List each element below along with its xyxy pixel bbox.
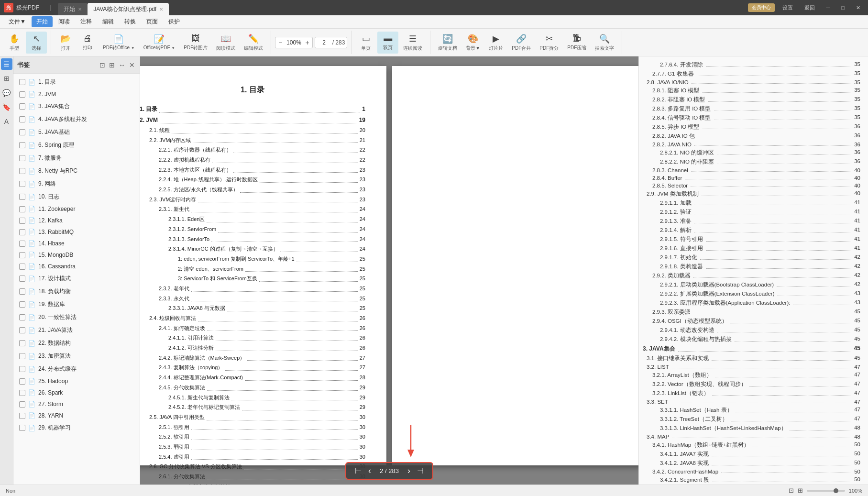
menu-edit[interactable]: 编辑 [98,16,119,27]
tab-pdf[interactable]: JAVA核心知识点整理.pdf ✕ [88,3,169,15]
annotation-icon-btn[interactable]: 💬 [1,87,12,99]
single-page-btn[interactable]: ▭ 单页 [355,32,376,54]
right-toc-item[interactable]: 2.9.1.1. 加载 41 [639,198,868,208]
right-toc-item[interactable]: 2.8.5. 异步 IO 模型 36 [639,122,868,132]
right-toc-item[interactable]: 3.4.1.2. JAVA8 实现 50 [639,459,868,468]
select-tool-btn[interactable]: ↖ 选择 [26,32,47,54]
zoom-in-btn[interactable]: + [304,39,310,46]
sidebar-item[interactable]: 📄 18. 负载均衡 [13,285,140,298]
right-toc-item[interactable]: 2.9.4. OSGI（动态模型系统） 45 [639,317,868,326]
search-btn[interactable]: 🔍 搜索文字 [591,32,618,54]
prev-page-btn[interactable]: ‹ [366,465,373,477]
sidebar-item[interactable]: 📄 14. Hbase [13,238,140,249]
right-toc-item[interactable]: 3.2.3. LinkList（链表） 47 [639,389,868,398]
sidebar-item[interactable]: 📄 1. 目录 [13,76,140,88]
right-toc-item[interactable]: 2.9.4.1. 动态改变构造 45 [639,326,868,335]
sidebar-item[interactable]: 📄 8. Netty 与RPC [13,165,140,177]
right-toc-item[interactable]: 2.9.1.5. 符号引用 41 [639,235,868,244]
sidebar-item[interactable]: 📄 24. 分布式缓存 [13,363,140,375]
right-toc-item[interactable]: 2.9.4.2. 模块化编程与热插拔 45 [639,335,868,344]
sidebar-item[interactable]: 📄 19. 数据库 [13,298,140,311]
open-btn[interactable]: 📂 打开 [55,32,76,54]
menu-protect[interactable]: 保护 [164,16,185,27]
right-toc-item[interactable]: 2.8.4. Buffer 40 [639,174,868,182]
pdf-to-office-btn[interactable]: 📄 PDF转Office ▼ [99,32,139,54]
menu-page[interactable]: 页面 [142,16,163,27]
sidebar-item[interactable]: 📄 2. JVM [13,88,140,100]
right-toc-item[interactable]: 3.3.1.1. HashSet（Hash 表） 47 [639,406,868,415]
right-toc-item[interactable]: 2.8.3. Channel 40 [639,166,868,174]
right-toc-item[interactable]: 2.7.7. G1 收集器 35 [639,69,868,78]
merge-pdf-btn[interactable]: 🔗 PDF合并 [508,32,535,54]
read-mode-btn[interactable]: 📖 阅读模式 [212,32,239,54]
right-toc-item[interactable]: 2.8.2.2. NIO 的非阻塞 36 [639,157,868,166]
right-toc-item[interactable]: 2.9. JVM 类加载机制 40 [639,189,868,198]
right-toc-item[interactable]: 2.7.6.4. 开发清除 35 [639,60,868,69]
sidebar-item[interactable]: 📄 12. Kafka [13,215,140,226]
tab-home[interactable]: 开始 ✕ [58,3,88,15]
right-toc-item[interactable]: 3.4.1. HashMap（数组+链表+红黑树） 50 [639,441,868,450]
right-toc-item[interactable]: 2.8.2. JAVA IO 包 36 [639,132,868,141]
vip-badge[interactable]: 会员中心 [748,3,775,12]
menu-read[interactable]: 阅读 [54,16,75,27]
sidebar-item[interactable]: 📄 11. Zookeeper [13,203,140,215]
sidebar-item[interactable]: 📄 26. Spark [13,387,140,398]
close-btn[interactable]: ✕ [852,4,864,12]
sidebar-item[interactable]: 📄 29. 机器学习 [13,421,140,434]
sidebar-item[interactable]: 📄 7. 微服务 [13,152,140,165]
compress-btn[interactable]: 🗜 PDF压缩 [563,32,590,54]
right-toc-item[interactable]: 3.4. MAP 48 [639,433,868,441]
hand-tool-btn[interactable]: ✋ 手型 [4,32,25,54]
minimize-btn[interactable]: ─ [823,4,834,11]
right-toc-item[interactable]: 3.3. SET 47 [639,398,868,406]
pdf-to-img-btn[interactable]: 🖼 PDF转图片 [180,32,211,54]
right-toc-item[interactable]: 2.8.2. 非阻塞 IO 模型 35 [639,95,868,104]
right-toc-item[interactable]: 3.2.2. Vector（数组实现、线程同步） 47 [639,380,868,389]
right-toc-item[interactable]: 2.9.2.2. 扩展类加载器(Extension ClassLoader) 4… [639,289,868,298]
split-pdf-btn[interactable]: ✂ PDF拆分 [536,32,562,54]
right-toc-item[interactable]: 3.2. LIST 47 [639,363,868,371]
right-toc-item[interactable]: 2.9.2.1. 启动类加载器(Bootstrap ClassLoader) 4… [639,280,868,289]
layers-icon-btn[interactable]: 🔖 [1,101,12,113]
right-toc-item[interactable]: 2.8.5. Selector 40 [639,182,868,189]
right-toc-item[interactable]: 2.9.1.6. 直接引用 41 [639,244,868,253]
background-btn[interactable]: 🎨 背景▼ [462,32,484,54]
right-toc-item[interactable]: 2.9.1.8. 类构造器 42 [639,262,868,271]
settings-btn[interactable]: 设置 [779,3,797,12]
sidebar-item[interactable]: 📄 27. Storm [13,398,140,410]
right-toc-item[interactable]: 3.4.1.1. JAVA7 实现 50 [639,450,868,459]
sidebar-item[interactable]: 📄 3. JAVA集合 [13,100,140,113]
sidebar-expand-btn[interactable]: ⊞ [108,60,116,70]
sidebar-item[interactable]: 📄 16. Cassandra [13,261,140,272]
right-toc-item[interactable]: 2.9.1.2. 验证 41 [639,208,868,217]
right-toc-item[interactable]: 2.9.1.7. 初始化 42 [639,253,868,262]
sidebar-item[interactable]: 📄 17. 设计模式 [13,272,140,285]
edit-mode-btn[interactable]: ✏️ 编辑模式 [240,32,267,54]
sidebar-item[interactable]: 📄 4. JAVA多线程并发 [13,113,140,126]
right-toc-item[interactable]: 2.9.1.4. 解析 41 [639,226,868,235]
zoom-slider[interactable] [807,490,845,492]
continuous-read-btn[interactable]: ☰ 连续阅读 [399,32,426,54]
right-toc-item[interactable]: 2.8. JAVA IO/NIO 35 [639,78,868,86]
sidebar-move-btn[interactable]: ↔ [118,60,126,70]
sidebar-item[interactable]: 📄 28. YARN [13,410,140,421]
right-toc-item[interactable]: 2.9.1.3. 准备 41 [639,217,868,226]
next-page-btn[interactable]: › [406,465,412,477]
right-toc-item[interactable]: 3.1. 接口继承关系和实现 45 [639,354,868,363]
sidebar-item[interactable]: 📄 25. Hadoop [13,375,140,387]
back-btn[interactable]: 返回 [801,3,819,12]
tab-close-pdf[interactable]: ✕ [159,7,163,12]
right-toc-item[interactable]: 3.3.1.3. LinkHashSet（HashSet+LinkedHashM… [639,424,868,433]
sidebar-item[interactable]: 📄 10. 日志 [13,190,140,203]
slideshow-btn[interactable]: ▶ 灯片片 [485,32,507,54]
right-toc-item[interactable]: 2.8.3. 多路复用 IO 模型 35 [639,104,868,113]
sidebar-item[interactable]: 📄 13. RabbitMQ [13,226,140,238]
sidebar-item[interactable]: 📄 22. 数据结构 [13,337,140,350]
signature-icon-btn[interactable]: A [1,116,12,127]
right-toc-item[interactable]: 3. JAVA集合 45 [639,344,868,354]
print-btn[interactable]: 🖨 打印 [77,32,98,54]
sidebar-item[interactable]: 📄 23. 加密算法 [13,350,140,363]
page-input[interactable] [317,39,331,46]
right-toc-item[interactable]: 3.4.2. ConcurrentHashMap 50 [639,468,868,475]
sidebar-item[interactable]: 📄 15. MongoDB [13,249,140,261]
